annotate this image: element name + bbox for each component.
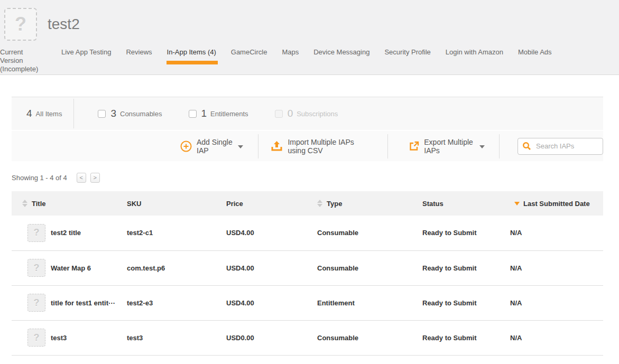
tab-sublabel: (Incomplete): [0, 65, 47, 73]
consumables-checkbox[interactable]: [98, 110, 106, 118]
item-last-submitted: N/A: [510, 216, 603, 250]
all-items-count: 4: [26, 108, 32, 119]
search-iaps-input[interactable]: [535, 142, 598, 151]
plus-circle-icon: [180, 141, 192, 152]
item-status: Ready to Submit: [422, 250, 510, 285]
column-sku-label: SKU: [127, 200, 141, 208]
consumables-label: Consumables: [120, 110, 162, 118]
column-header-last-submitted[interactable]: Last Submitted Date: [510, 191, 603, 216]
item-status: Ready to Submit: [422, 285, 510, 320]
entitlements-checkbox[interactable]: [189, 110, 197, 118]
sort-descending-icon[interactable]: [514, 202, 520, 206]
entitlements-count: 1: [201, 108, 207, 119]
column-price-label: Price: [226, 200, 243, 208]
item-title[interactable]: title for test1 entit···: [51, 299, 115, 307]
tab-live-app-testing[interactable]: Live App Testing: [61, 48, 111, 68]
item-sku: test2-e3: [127, 285, 226, 320]
item-price: USD4.00: [226, 216, 317, 250]
item-price: USD0.00: [226, 320, 317, 355]
entitlements-label: Entitlements: [210, 110, 248, 118]
filter-subscriptions: 0 Subscriptions: [275, 108, 338, 119]
item-title[interactable]: test2 title: [51, 229, 81, 237]
tab-in-app-items[interactable]: In-App Items (4): [167, 48, 216, 68]
column-status-label: Status: [422, 200, 444, 208]
app-placeholder-icon: ?: [4, 8, 37, 41]
item-sku: test2-c1: [127, 216, 226, 250]
subscriptions-count: 0: [288, 108, 293, 119]
import-iaps-csv-label: Import Multiple IAPs using CSV: [288, 138, 372, 155]
export-icon: [409, 141, 419, 151]
showing-range-text: Showing 1 - 4 of 4: [12, 174, 67, 182]
tab-reviews[interactable]: Reviews: [126, 48, 152, 68]
item-placeholder-icon: ?: [27, 224, 45, 242]
item-last-submitted: N/A: [510, 250, 603, 285]
tab-login-with-amazon[interactable]: Login with Amazon: [446, 48, 503, 68]
item-price: USD4.00: [226, 250, 317, 285]
page-title: test2: [48, 16, 80, 33]
column-header-price: Price: [226, 191, 317, 216]
column-type-label: Type: [327, 200, 342, 208]
filter-all-items[interactable]: 4 All Items: [12, 108, 62, 119]
upload-icon: [271, 141, 283, 152]
item-placeholder-icon: ?: [27, 329, 45, 347]
item-status: Ready to Submit: [422, 320, 510, 355]
column-last-submitted-label: Last Submitted Date: [523, 200, 590, 208]
export-iaps-label: Export Multiple IAPs: [424, 138, 476, 155]
next-page-button[interactable]: >: [90, 173, 100, 183]
add-single-iap-label: Add Single IAP: [197, 138, 235, 155]
item-type: Consumable: [317, 250, 422, 285]
app-header: ? test2 Current Version (Incomplete) Liv…: [0, 0, 619, 75]
action-divider: [258, 134, 258, 158]
item-type: Entitlement: [317, 285, 422, 320]
column-header-type[interactable]: Type: [317, 191, 422, 216]
tab-label: Current Version: [0, 48, 23, 64]
table-row[interactable]: ? Water Map 6 com.test.p6 USD4.00 Consum…: [12, 250, 603, 285]
chevron-down-icon: [479, 145, 485, 148]
sort-icon[interactable]: [22, 200, 27, 207]
app-nav-tabs: Current Version (Incomplete) Live App Te…: [0, 48, 619, 85]
tab-security-profile[interactable]: Security Profile: [384, 48, 430, 68]
export-iaps-button[interactable]: Export Multiple IAPs: [409, 138, 485, 155]
subscriptions-checkbox: [275, 110, 283, 118]
tab-mobile-ads[interactable]: Mobile Ads: [518, 48, 552, 68]
all-items-label: All Items: [36, 110, 62, 118]
column-title-label: Title: [32, 200, 46, 208]
iap-filter-bar: 4 All Items 3 Consumables 1 Entitlements…: [12, 97, 603, 130]
chevron-down-icon: [238, 145, 243, 148]
item-type: Consumable: [317, 216, 422, 250]
import-iaps-csv-button[interactable]: Import Multiple IAPs using CSV: [271, 138, 372, 155]
iap-action-bar: Add Single IAP Import Multiple IAPs usin…: [12, 131, 603, 161]
item-type: Consumable: [317, 320, 422, 355]
app-identity: ? test2: [0, 0, 619, 41]
search-icon: [522, 142, 531, 151]
table-header-row: Title SKU Price Type Status Last Submitt…: [12, 191, 603, 216]
item-placeholder-icon: ?: [27, 259, 45, 277]
table-row[interactable]: ? test3 test3 USD0.00 Consumable Ready t…: [12, 320, 603, 355]
table-row[interactable]: ? title for test1 entit··· test2-e3 USD4…: [12, 285, 603, 320]
column-header-title[interactable]: Title: [12, 191, 127, 216]
item-sku: com.test.p6: [127, 250, 226, 285]
item-title[interactable]: test3: [51, 334, 67, 342]
action-divider: [499, 134, 500, 158]
sort-icon[interactable]: [317, 200, 322, 207]
pagination: Showing 1 - 4 of 4 < >: [12, 172, 603, 183]
filter-consumables[interactable]: 3 Consumables: [98, 108, 162, 119]
tab-device-messaging[interactable]: Device Messaging: [313, 48, 369, 68]
consumables-count: 3: [110, 108, 116, 119]
prev-page-button[interactable]: <: [77, 173, 86, 183]
search-iaps-box[interactable]: [518, 138, 603, 155]
table-row[interactable]: ? test2 title test2-c1 USD4.00 Consumabl…: [12, 216, 603, 250]
iap-table: Title SKU Price Type Status Last Submitt…: [12, 191, 603, 356]
iap-content: 4 All Items 3 Consumables 1 Entitlements…: [12, 97, 603, 356]
column-header-status: Status: [422, 191, 510, 216]
filter-entitlements[interactable]: 1 Entitlements: [189, 108, 248, 119]
tab-maps[interactable]: Maps: [282, 48, 299, 68]
item-placeholder-icon: ?: [27, 294, 45, 312]
add-single-iap-button[interactable]: Add Single IAP: [180, 138, 243, 155]
item-price: USD4.00: [226, 285, 317, 320]
filter-divider: [73, 99, 74, 128]
tab-current-version[interactable]: Current Version (Incomplete): [0, 48, 47, 85]
tab-gamecircle[interactable]: GameCircle: [231, 48, 267, 68]
subscriptions-label: Subscriptions: [297, 110, 338, 118]
item-title[interactable]: Water Map 6: [51, 264, 91, 272]
